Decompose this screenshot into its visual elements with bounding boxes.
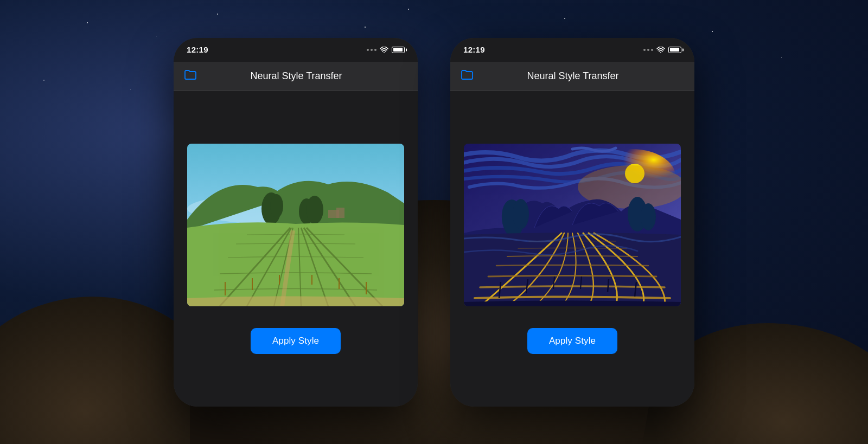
apply-style-button-styled[interactable]: Apply Style (527, 328, 617, 354)
signal-dot (647, 49, 649, 51)
vineyard-styled-svg (464, 144, 681, 306)
folder-icon-styled[interactable] (461, 70, 473, 82)
status-icons-styled (643, 47, 681, 53)
vineyard-original-svg (187, 144, 404, 306)
phone-original: 12:19 (174, 38, 418, 407)
signal-dot (651, 49, 653, 51)
content-original: Apply Style (174, 91, 418, 407)
signal-dot (367, 49, 369, 51)
status-bar-styled: 12:19 (450, 38, 694, 62)
signal-dots-styled (643, 49, 653, 51)
signal-dots-original (367, 49, 376, 51)
nav-bar-styled: Neural Style Transfer (450, 62, 694, 91)
nav-title-original: Neural Style Transfer (203, 70, 390, 82)
svg-point-6 (306, 196, 323, 224)
wifi-icon-original (380, 47, 388, 53)
status-icons-original (367, 47, 405, 53)
image-original (187, 144, 404, 306)
apply-style-button-original[interactable]: Apply Style (251, 328, 341, 354)
svg-point-28 (513, 199, 529, 229)
svg-point-22 (660, 52, 661, 53)
nav-bar-original: Neural Style Transfer (174, 62, 418, 91)
battery-icon-original (392, 47, 405, 53)
signal-dot (643, 49, 646, 51)
battery-fill (670, 48, 679, 52)
signal-dot (371, 49, 373, 51)
folder-icon-original[interactable] (184, 70, 196, 82)
nav-title-styled: Neural Style Transfer (480, 70, 666, 82)
signal-dot (374, 49, 376, 51)
svg-point-4 (270, 194, 283, 218)
battery-fill (393, 48, 403, 52)
phone-styled: 12:19 (450, 38, 694, 407)
status-time-styled: 12:19 (463, 45, 485, 54)
svg-rect-21 (336, 208, 344, 218)
svg-point-30 (641, 203, 656, 230)
svg-point-0 (384, 52, 385, 53)
wifi-icon-styled (656, 47, 665, 53)
status-time-original: 12:19 (187, 45, 208, 54)
battery-icon-styled (668, 47, 681, 53)
phones-container: 12:19 (0, 0, 868, 444)
status-bar-original: 12:19 (174, 38, 418, 62)
image-styled (464, 144, 681, 306)
content-styled: Apply Style (450, 91, 694, 407)
